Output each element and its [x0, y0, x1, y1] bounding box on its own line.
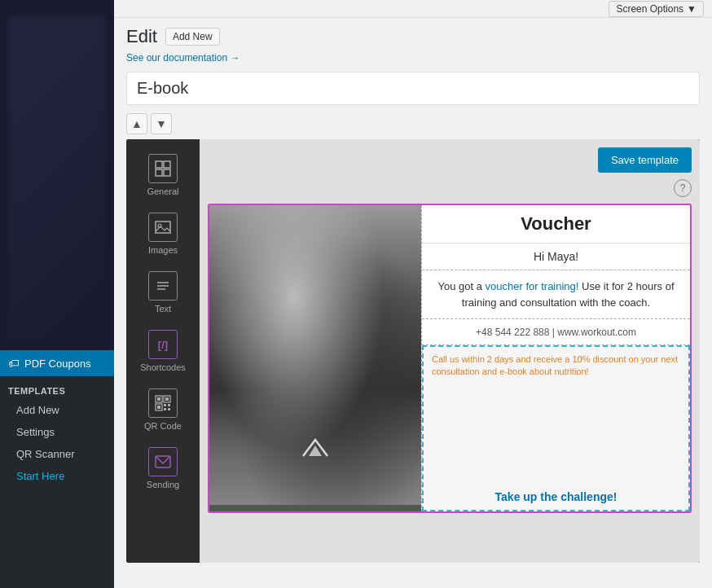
- page-header: Edit Add New: [126, 26, 700, 47]
- sidebar-item-settings[interactable]: Settings: [0, 421, 114, 443]
- arrow-down-button[interactable]: ▼: [151, 113, 172, 134]
- template-title-input[interactable]: [126, 72, 700, 105]
- voucher-handle-bar: [209, 505, 421, 511]
- tool-general[interactable]: General: [130, 147, 196, 203]
- voucher-bottom-text: Call us within 2 days and receive a 10% …: [432, 353, 680, 379]
- svg-rect-12: [165, 397, 169, 401]
- doc-link[interactable]: See our documentation →: [126, 52, 700, 64]
- canvas-toolbar: Save template: [208, 147, 692, 173]
- sidebar-menu: 🏷 PDF Coupons Templates Add New Settings…: [0, 350, 114, 588]
- svg-rect-0: [156, 161, 162, 168]
- voucher-logo: [299, 436, 332, 463]
- sidebar-top-blurred: [0, 0, 114, 350]
- editor-area: General Images: [126, 139, 700, 563]
- voucher-greeting: Hi Maya!: [534, 250, 578, 263]
- text-label: Text: [155, 304, 171, 314]
- voucher-body-text: You got a voucher for training! Use it f…: [432, 279, 680, 310]
- svg-rect-3: [164, 169, 170, 176]
- images-label: Images: [148, 245, 178, 255]
- sidebar-item-start-here[interactable]: Start Here: [0, 465, 114, 487]
- voucher-contact: +48 544 222 888 | www.workout.com: [476, 327, 636, 338]
- voucher-title: Voucher: [521, 213, 591, 234]
- tool-sending[interactable]: Sending: [130, 441, 196, 496]
- voucher-cta: Take up the challenge!: [432, 490, 680, 503]
- voucher-greeting-row: Hi Maya!: [422, 244, 690, 270]
- svg-rect-15: [164, 404, 166, 406]
- screen-options-label: Screen Options: [616, 3, 683, 15]
- sidebar-blurred-content: [8, 16, 106, 342]
- screen-options-button[interactable]: Screen Options ▼: [609, 1, 704, 17]
- svg-rect-17: [164, 408, 166, 410]
- svg-rect-18: [168, 408, 170, 410]
- shortcodes-label: Shortcodes: [140, 362, 186, 372]
- voucher-title-row: Voucher: [422, 205, 690, 244]
- svg-rect-10: [157, 397, 160, 401]
- general-icon: [148, 154, 178, 183]
- pdf-coupons-icon: 🏷: [8, 357, 20, 370]
- text-icon: [148, 271, 178, 301]
- tool-text[interactable]: Text: [130, 265, 196, 320]
- voucher-photo: [209, 205, 421, 511]
- voucher-card: Voucher Hi Maya! You got a voucher for t…: [208, 204, 692, 513]
- svg-rect-14: [157, 406, 160, 409]
- voucher-right-section: Voucher Hi Maya! You got a voucher for t…: [421, 205, 690, 511]
- tool-qr-code[interactable]: QR Code: [130, 382, 196, 437]
- tools-sidebar: General Images: [126, 139, 200, 563]
- qr-code-label: QR Code: [144, 421, 182, 431]
- svg-rect-1: [164, 161, 170, 168]
- tool-images[interactable]: Images: [130, 206, 196, 261]
- canvas-help-row: ?: [208, 179, 692, 197]
- sidebar: 🏷 PDF Coupons Templates Add New Settings…: [0, 0, 114, 588]
- sidebar-item-pdf-coupons[interactable]: 🏷 PDF Coupons: [0, 350, 114, 376]
- arrow-up-button[interactable]: ▲: [126, 113, 147, 134]
- general-label: General: [147, 186, 178, 196]
- page-title: Edit: [126, 26, 157, 47]
- svg-rect-2: [156, 169, 162, 176]
- voucher-highlight-training: voucher for training!: [486, 280, 579, 292]
- voucher-bottom-section: Call us within 2 days and receive a 10% …: [422, 345, 690, 511]
- save-template-button[interactable]: Save template: [598, 147, 692, 173]
- sidebar-item-qr-scanner[interactable]: QR Scanner: [0, 443, 114, 465]
- voucher-contact-row: +48 544 222 888 | www.workout.com: [422, 319, 690, 345]
- sending-icon: [148, 447, 178, 476]
- tool-shortcodes[interactable]: [/] Shortcodes: [130, 323, 196, 379]
- main-content: Screen Options ▼ Edit Add New See our do…: [114, 0, 712, 588]
- arrows-row: ▲ ▼: [126, 113, 700, 134]
- add-new-button[interactable]: Add New: [165, 28, 220, 46]
- svg-rect-16: [168, 404, 170, 406]
- screen-options-chevron: ▼: [687, 3, 697, 15]
- voucher-body-row: You got a voucher for training! Use it f…: [422, 270, 690, 319]
- topbar: Screen Options ▼: [114, 0, 712, 18]
- sidebar-item-add-new[interactable]: Add New: [0, 399, 114, 421]
- shortcodes-icon: [/]: [148, 330, 178, 359]
- sending-label: Sending: [147, 480, 179, 489]
- images-icon: [148, 213, 178, 242]
- canvas-area: Save template ?: [200, 139, 700, 563]
- svg-rect-4: [156, 222, 170, 233]
- qr-code-icon: [148, 388, 178, 418]
- sidebar-section-templates: Templates: [0, 376, 114, 399]
- voucher-photo-section: [209, 205, 421, 511]
- pdf-coupons-label: PDF Coupons: [24, 358, 91, 370]
- help-icon[interactable]: ?: [674, 179, 692, 197]
- page-content: Edit Add New See our documentation → ▲ ▼: [114, 18, 712, 588]
